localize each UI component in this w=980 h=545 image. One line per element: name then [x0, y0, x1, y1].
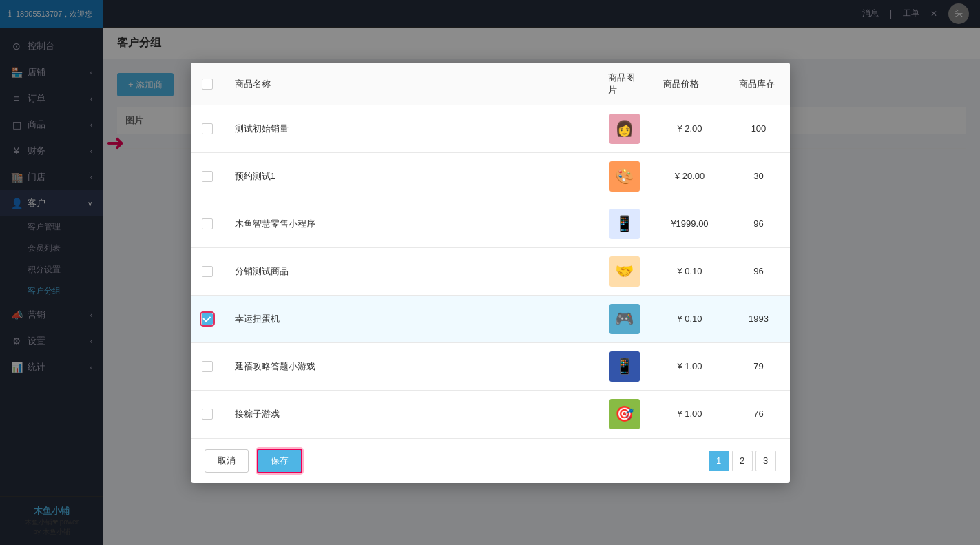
col-header-image: 商品图片 — [597, 63, 652, 105]
table-row: 分销测试商品 🤝 ¥ 0.10 96 — [191, 247, 790, 295]
product-image-cell: 🎯 — [597, 390, 652, 438]
row-checkbox-cell — [191, 152, 224, 200]
product-image-cell: 🎮 — [597, 295, 652, 342]
product-image-cell: 📱 — [597, 342, 652, 390]
row-checkbox[interactable] — [202, 171, 213, 182]
table-row: 预约测试1 🎨 ¥ 20.00 30 — [191, 152, 790, 200]
table-row: 延禧攻略答题小游戏 📱 ¥ 1.00 79 — [191, 342, 790, 390]
table-row: 测试初始销量 👩 ¥ 2.00 100 — [191, 105, 790, 152]
product-price: ¥ 0.10 — [652, 247, 728, 295]
col-header-stock: 商品库存 — [728, 63, 790, 105]
page-btn-1[interactable]: 1 — [709, 451, 729, 471]
row-checkbox[interactable] — [202, 218, 213, 229]
product-image: 🎨 — [609, 161, 640, 192]
row-checkbox-cell — [191, 295, 224, 342]
product-stock: 76 — [728, 390, 790, 438]
product-image: 🤝 — [609, 256, 640, 287]
product-name: 幸运扭蛋机 — [224, 295, 597, 342]
row-checkbox-cell — [191, 342, 224, 390]
product-stock: 100 — [728, 105, 790, 152]
product-name: 测试初始销量 — [224, 105, 597, 152]
product-image: 👩 — [609, 114, 640, 144]
product-img-emoji: 📱 — [615, 358, 634, 376]
select-all-checkbox[interactable] — [202, 79, 213, 90]
col-header-name: 商品名称 — [224, 63, 597, 105]
product-price: ¥ 2.00 — [652, 105, 728, 152]
product-image: 📱 — [609, 351, 640, 382]
product-stock: 96 — [728, 200, 790, 247]
product-image-cell: 🤝 — [597, 247, 652, 295]
product-stock: 1993 — [728, 295, 790, 342]
row-checkbox[interactable] — [202, 409, 213, 420]
product-stock: 96 — [728, 247, 790, 295]
product-price: ¥ 1.00 — [652, 342, 728, 390]
row-checkbox-cell — [191, 247, 224, 295]
product-img-emoji: 👩 — [615, 120, 634, 138]
product-name: 接粽子游戏 — [224, 390, 597, 438]
product-stock: 30 — [728, 152, 790, 200]
product-image-cell: 📱 — [597, 200, 652, 247]
row-checkbox-cell — [191, 390, 224, 438]
table-row: 幸运扭蛋机 🎮 ¥ 0.10 1993 — [191, 295, 790, 342]
product-price: ¥ 1.00 — [652, 390, 728, 438]
row-checkbox-cell — [191, 105, 224, 152]
col-header-check — [191, 63, 224, 105]
product-name: 分销测试商品 — [224, 247, 597, 295]
product-price: ¥ 20.00 — [652, 152, 728, 200]
page-btn-2[interactable]: 2 — [732, 451, 753, 471]
product-name: 木鱼智慧零售小程序 — [224, 200, 597, 247]
product-image-cell: 🎨 — [597, 152, 652, 200]
product-name: 预约测试1 — [224, 152, 597, 200]
table-row: 木鱼智慧零售小程序 📱 ¥1999.00 96 — [191, 200, 790, 247]
product-img-emoji: 🎮 — [615, 310, 634, 328]
col-header-price: 商品价格 — [652, 63, 728, 105]
row-checkbox[interactable] — [202, 266, 213, 277]
modal-footer: 取消 保存 1 2 3 — [191, 438, 790, 483]
product-img-emoji: 🤝 — [615, 263, 634, 280]
row-checkbox[interactable] — [202, 361, 213, 372]
product-price: ¥ 0.10 — [652, 295, 728, 342]
save-button[interactable]: 保存 — [257, 449, 302, 473]
product-image: 🎯 — [609, 399, 640, 429]
product-select-modal: 商品名称 商品图片 商品价格 商品库存 测试初始销量 👩 ¥ 2.00 100 — [191, 63, 790, 483]
pagination: 1 2 3 — [709, 451, 776, 471]
product-img-emoji: 🎯 — [615, 405, 634, 423]
product-img-emoji: 🎨 — [615, 167, 634, 185]
product-img-emoji: 📱 — [615, 215, 634, 233]
row-checkbox-cell — [191, 200, 224, 247]
product-stock: 79 — [728, 342, 790, 390]
product-price: ¥1999.00 — [652, 200, 728, 247]
row-checkbox[interactable] — [202, 123, 213, 134]
product-name: 延禧攻略答题小游戏 — [224, 342, 597, 390]
cancel-button[interactable]: 取消 — [205, 449, 249, 473]
page-btn-3[interactable]: 3 — [755, 451, 776, 471]
product-table: 商品名称 商品图片 商品价格 商品库存 测试初始销量 👩 ¥ 2.00 100 — [191, 63, 790, 438]
product-image: 📱 — [609, 209, 640, 239]
modal-overlay: 商品名称 商品图片 商品价格 商品库存 测试初始销量 👩 ¥ 2.00 100 — [0, 0, 980, 545]
row-checkbox[interactable] — [202, 313, 213, 325]
modal-body: 商品名称 商品图片 商品价格 商品库存 测试初始销量 👩 ¥ 2.00 100 — [191, 63, 790, 438]
product-image: 🎮 — [609, 304, 640, 334]
table-row: 接粽子游戏 🎯 ¥ 1.00 76 — [191, 390, 790, 438]
product-image-cell: 👩 — [597, 105, 652, 152]
